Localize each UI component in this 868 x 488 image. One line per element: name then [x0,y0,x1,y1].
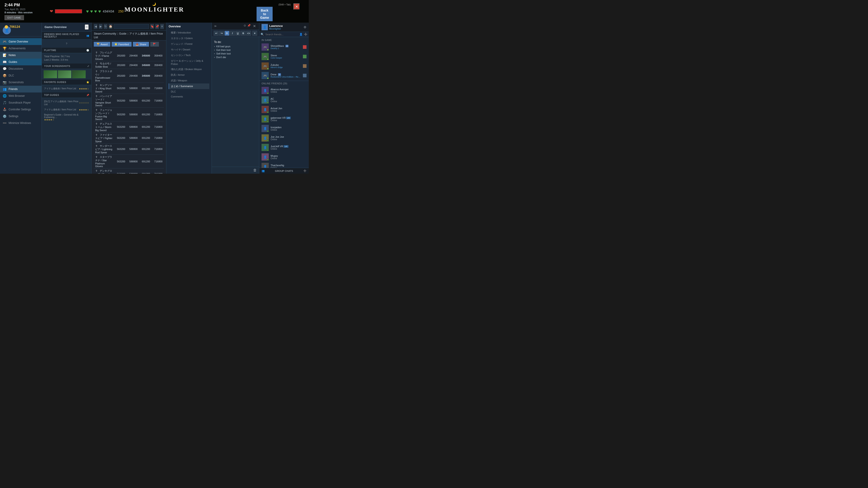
toc-item-4[interactable]: セントロン / Tech [168,53,209,58]
friend-item-thatjaneng[interactable]: 👤 ThatJaneNg Online [259,162,309,168]
friend-activity-2: Online [271,110,307,112]
close-overlay-button[interactable]: ✕ [293,3,300,10]
notes-todo-title: To do: [214,40,257,44]
sidebar-item-dlc[interactable]: 📦 DLC [0,72,41,79]
home-button[interactable]: 🏠 [109,24,112,29]
toc-item-11[interactable]: Comments [168,94,209,99]
price-col-2: 588800 [127,155,139,169]
sidebar-item-guides[interactable]: 📖 Guides [0,59,41,65]
favorite-guide-item-1[interactable]: アイテム価格表 / Item Price List ★★★★☆ [42,86,91,92]
friend-item-abacusavenger[interactable]: 👤 Abacus Avenger Online [259,86,309,95]
friend-item-mugsy[interactable]: 👤 Mugsy Online [259,152,309,162]
game-overview-close-button[interactable]: ✕ [85,24,89,30]
sidebar-item-achievements[interactable]: 🏆 Achievements [0,45,41,52]
friend-game-steve: Core Keeper [271,57,301,59]
toc-item-1[interactable]: カタカッタ / Golem [168,35,209,41]
bold-button[interactable]: B [224,31,229,36]
friend-name-8: ThatJaneNg [271,164,307,167]
soundtrack-icon: 🎵 [3,101,6,104]
expand-notes-button[interactable]: ▾ [252,31,257,36]
online-friends-list: 👤 Abacus Avenger Online 👤 AC Online 👤 Ac… [259,86,309,168]
sidebar-item-settings[interactable]: ⚙️ Settings [0,113,41,120]
pin-button[interactable]: 📌 [155,24,159,29]
top-guide-item-2[interactable]: アイテム価格表 / Item Price List ★★★★☆ [42,107,91,113]
toc-item-5[interactable]: ゼリー & ポーション / Jelly & Potion [168,58,209,66]
sidebar-item-minimize[interactable]: ➖ Minimize Windows [0,120,41,126]
toc-item-6[interactable]: 壊れた武器 / Broken Wepon [168,66,209,72]
game-overview-panel: Game Overview ✕ FRIENDS WHO HAVE PLAYED … [42,23,92,174]
price-col-2: 294400 [127,50,139,61]
share-button[interactable]: 📤 Share [133,42,149,47]
sidebar-item-notes[interactable]: 📝 Notes [0,52,41,59]
friend-item-actualjon[interactable]: 👤 Actual Jon Online [259,105,309,114]
sidebar-item-game-overview[interactable]: 🎮 Game Overview [0,38,41,45]
friend-item-zukubo[interactable]: 🎮 Zukubo Mirror's Edge [259,61,309,71]
undo-button[interactable]: ↩ [214,31,219,36]
friend-item-ac[interactable]: 👤 AC Online [259,95,309,105]
toc-item-0[interactable]: 概要 / Introduction [168,30,209,35]
sidebar-item-web-browser[interactable]: 🌐 Web Browser [0,92,41,99]
back-to-game-button[interactable]: Back to Game [256,7,273,21]
code-button[interactable]: <> [246,31,251,36]
top-guide-item-3[interactable]: Beginner's Guide – General Info & Explai… [42,113,91,122]
sidebar-item-controller[interactable]: 🕹️ Controller Settings [0,106,41,113]
toc-item-10[interactable]: DLC [168,89,209,94]
notes-content[interactable]: To do: • Kill bad guys • Get their loot … [212,37,259,167]
toc-item-3[interactable]: サハイヤ / Desert [168,47,209,53]
sidebar-item-screenshots[interactable]: 📷 Screenshots [0,79,41,86]
flag-button[interactable]: 🚩 [150,42,159,47]
heart-2: ♥ [90,9,93,14]
friend-item-joejoejoe[interactable]: 👤 Joe Joe Joe Online [259,133,309,143]
forward-button[interactable]: ▶ [99,24,102,29]
friends-gear-icon[interactable]: ⚙ [304,25,307,29]
screenshot-1[interactable] [43,70,57,78]
notes-settings-icon[interactable]: ⊙ [244,24,246,28]
bookmark-button[interactable]: 🔖 [150,24,154,29]
group-chats-footer[interactable]: 👥 GROUP CHATS ➕ [259,168,309,174]
award-button[interactable]: 🏆 Award [94,42,110,47]
sidebar-item-discussions[interactable]: 💬 Discussions [0,65,41,72]
screenshot-2[interactable] [58,70,71,78]
friend-item-shinykmaxxx[interactable]: 🎮 ShinykMaxx 2 Destiny 2 [259,42,309,52]
add-group-chat-icon[interactable]: ➕ [303,170,307,172]
friend-level-drew: 2 [278,73,281,76]
exit-game-button[interactable]: EXIT GAME [4,15,24,20]
screenshot-3[interactable] [72,70,86,78]
friends-add-icon[interactable]: ➕ [304,33,307,36]
friend-item-drew[interactable]: 🎮 Drew 2 Rocksmith® 2014 Edition – Remas… [259,71,309,80]
coin-value: 250 [118,9,123,13]
friend-item-gaberowevr[interactable]: 👤 gaberowe VRVR Online [259,114,309,124]
friends-search-input[interactable] [266,33,298,36]
redo-button[interactable]: ↪ [219,31,224,36]
friend-game-shinykmaxxx: Destiny 2 [271,47,301,50]
underline-button[interactable]: U [235,31,240,36]
friend-name-4: Ironjaiden [271,126,307,129]
top-guide-item-1[interactable]: [DLC] アイテム価格表 / Item Price List ☆☆☆☆☆ [42,99,91,107]
toc-item-9[interactable]: まとめ / Summarize [168,84,209,89]
back-button[interactable]: ◀ [94,24,97,29]
close-browser-button[interactable]: ✕ [160,24,164,29]
delete-note-button[interactable]: 🗑 [253,168,257,172]
toc-item-2[interactable]: ゲンムンド / Forest [168,41,209,47]
notes-pin-icon[interactable]: 📌 [247,24,251,28]
friend-item-justjeffvr[interactable]: 👤 JustJeff VRVR Online [259,143,309,152]
italic-button[interactable]: I [230,31,235,36]
url-bar[interactable]: https://steamcommunity.com/sharedfiles/f… [114,24,149,29]
dlc-icon: 📦 [3,74,6,77]
sidebar-item-friends[interactable]: 👥 Friends [0,86,41,92]
toc-item-7[interactable]: 防具 / Armor [168,72,209,78]
favorited-button[interactable]: ⭐ Favorited [112,42,131,47]
sidebar-item-soundtrack[interactable]: 🎵 Soundtrack Player [0,99,41,106]
toc-item-8[interactable]: 武器 / Weapon [168,78,209,84]
refresh-button[interactable]: ↻ [104,24,107,29]
sidebar-label-notes: Notes [8,54,16,57]
friends-filter-icon[interactable]: 👤 [299,33,303,36]
sidebar-label-achievements: Achievements [8,47,26,50]
price-col-3: 691200 [139,169,151,174]
hearts-row: ♥ ♥ ♥ ♥ [86,9,101,14]
friend-item-ironjaiden[interactable]: 👤 Ironjaiden Online [259,124,309,133]
strikethrough-button[interactable]: S [241,31,246,36]
friend-item-steve[interactable]: 🎮 Steve Core Keeper [259,52,309,61]
clock-icon: 🕐 [86,49,89,52]
notes-close-button[interactable]: ✕ [252,24,257,28]
